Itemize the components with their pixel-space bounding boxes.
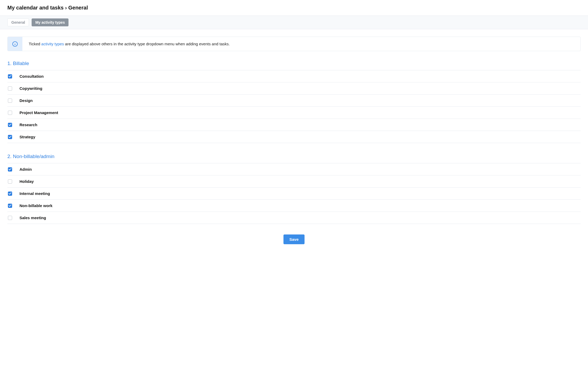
info-text: Ticked activity types are displayed abov… — [22, 37, 236, 51]
activity-row: Strategy — [7, 131, 581, 143]
activity-row: Sales meeting — [7, 212, 581, 224]
tab-general[interactable]: General — [7, 18, 29, 26]
activity-row: Project Management — [7, 107, 581, 119]
activity-checkbox[interactable] — [8, 99, 12, 103]
activity-checkbox[interactable] — [8, 123, 12, 127]
save-button[interactable]: Save — [283, 234, 304, 244]
page-title: My calendar and tasks › General — [7, 5, 581, 11]
activity-label: Research — [19, 123, 37, 127]
activity-checkbox[interactable] — [8, 167, 12, 172]
section-title: 2. Non-billable/admin — [7, 154, 581, 159]
activity-row: Holiday — [7, 175, 581, 188]
section: 2. Non-billable/adminAdminHolidayInterna… — [7, 154, 581, 224]
activity-label: Non-billable work — [19, 203, 52, 208]
info-box: Ticked activity types are displayed abov… — [7, 37, 581, 51]
svg-point-2 — [15, 43, 15, 43]
activity-checkbox[interactable] — [8, 74, 12, 79]
activity-label: Holiday — [19, 179, 34, 184]
activity-label: Design — [19, 98, 33, 103]
activity-row: Non-billable work — [7, 200, 581, 212]
activity-list: AdminHolidayInternal meetingNon-billable… — [7, 163, 581, 224]
activity-row: Internal meeting — [7, 188, 581, 200]
tab-my-activity-types[interactable]: My activity types — [32, 18, 68, 26]
activity-checkbox[interactable] — [8, 216, 12, 220]
info-icon — [8, 37, 22, 51]
section: 1. BillableConsultationCopywritingDesign… — [7, 61, 581, 143]
activity-label: Admin — [19, 167, 32, 172]
activity-checkbox[interactable] — [8, 204, 12, 208]
activity-checkbox[interactable] — [8, 111, 12, 115]
activity-label: Consultation — [19, 74, 44, 79]
activity-row: Consultation — [7, 70, 581, 82]
tab-bar: General My activity types — [0, 16, 588, 29]
info-text-pre: Ticked — [29, 42, 41, 46]
activity-row: Copywriting — [7, 82, 581, 95]
activity-checkbox[interactable] — [8, 192, 12, 196]
activity-checkbox[interactable] — [8, 135, 12, 139]
activity-types-link[interactable]: activity types — [41, 42, 64, 46]
activity-label: Internal meeting — [19, 191, 50, 196]
activity-checkbox[interactable] — [8, 86, 12, 91]
activity-label: Project Management — [19, 110, 58, 115]
activity-row: Admin — [7, 163, 581, 175]
activity-checkbox[interactable] — [8, 179, 12, 184]
section-title: 1. Billable — [7, 61, 581, 66]
activity-label: Copywriting — [19, 86, 42, 91]
activity-row: Research — [7, 119, 581, 131]
activity-row: Design — [7, 95, 581, 107]
activity-list: ConsultationCopywritingDesignProject Man… — [7, 70, 581, 143]
activity-label: Strategy — [19, 135, 35, 139]
activity-label: Sales meeting — [19, 216, 46, 220]
info-text-post: are displayed above others in the activi… — [64, 42, 230, 46]
